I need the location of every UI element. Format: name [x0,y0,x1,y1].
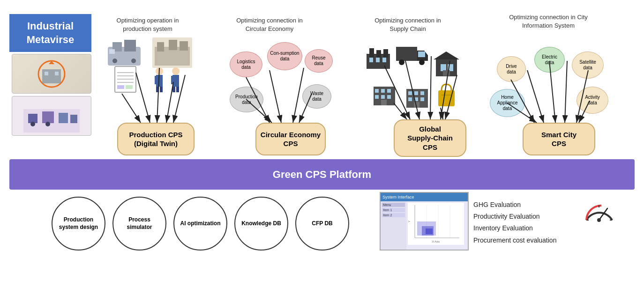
evaluation-text: GHG Evaluation Productivity Evaluation I… [473,199,556,246]
home-appliance-data-bubble: HomeAppliancedata [490,89,525,117]
svg-line-94 [527,70,544,123]
svg-rect-47 [382,58,386,62]
platform-label: Green CPS Platform [273,169,371,181]
satellite-data-bubble: Satellitedata [572,52,604,79]
svg-point-9 [30,122,35,126]
svg-rect-7 [59,113,68,123]
svg-rect-43 [376,50,381,58]
svg-rect-31 [175,76,179,84]
industrial-label-line2: Metavirse [27,34,75,45]
bottom-circle-production: Production system design [52,197,105,250]
industrial-metaverse-box: Industrial Metavirse [9,14,91,52]
svg-rect-49 [418,52,425,57]
svg-rect-19 [157,42,164,52]
gauge-icon [582,194,617,227]
svg-rect-63 [387,95,391,99]
svg-rect-27 [160,87,163,92]
svg-rect-13 [124,40,136,52]
svg-line-82 [270,70,281,123]
svg-rect-71 [420,97,424,101]
svg-rect-66 [408,91,412,95]
smart-city-cps-box: Smart City CPS [523,123,595,155]
svg-point-113 [597,218,601,222]
svg-point-10 [45,122,50,126]
svg-line-96 [565,61,567,123]
svg-text:X Axis: X Axis [432,240,440,243]
diagram-container: Industrial Metavirse Optimizing ope [0,0,644,302]
production-images [105,37,195,98]
screen-image: System Interface Menu Item 1 Item 2 [380,192,469,250]
svg-rect-8 [70,115,77,123]
svg-rect-42 [369,48,374,58]
svg-rect-56 [443,70,450,76]
svg-rect-16 [109,49,115,54]
svg-rect-73 [438,90,455,106]
bottom-circle-knowledge: Knowledge DB [234,197,288,250]
factory-image-top [12,54,91,94]
svg-point-14 [112,59,117,63]
svg-point-50 [399,59,404,65]
consumption-data-bubble: Con-sumptiondata [267,42,302,70]
svg-rect-62 [381,95,385,99]
svg-rect-46 [376,58,380,62]
svg-rect-2 [45,72,48,75]
svg-rect-3 [55,72,59,75]
svg-rect-59 [381,89,385,93]
supply-header: Optimizing connection in Supply Chain [370,16,445,33]
svg-rect-21 [180,41,188,51]
svg-rect-6 [42,111,54,123]
svg-rect-45 [369,58,373,62]
svg-rect-30 [171,76,175,84]
bottom-circle-ai: AI optimization [173,197,227,250]
svg-rect-26 [156,87,159,92]
electric-data-bubble: Electricdata [534,47,565,73]
circular-production-data-bubble: Productiondata [230,87,263,112]
svg-rect-69 [408,97,412,101]
reuse-data-bubble: Reusedata [305,49,333,73]
svg-rect-70 [414,97,418,101]
green-platform-bar: Green CPS Platform [9,159,635,190]
svg-rect-48 [396,47,417,61]
svg-rect-44 [383,49,388,58]
svg-rect-68 [420,91,424,95]
supply-chain-icons [366,42,459,110]
svg-rect-54 [441,64,446,71]
svg-marker-53 [434,52,459,59]
svg-rect-25 [158,76,162,84]
svg-rect-1 [42,69,61,83]
svg-rect-109 [426,228,433,234]
logistics-data-bubble: Logisticsdata [230,52,262,77]
svg-rect-60 [387,89,391,93]
svg-rect-20 [169,40,177,50]
bottom-circle-process: Process simulator [112,197,166,250]
waste-data-bubble: Wastedata [302,84,331,109]
svg-rect-58 [375,89,379,93]
circular-header: Optimizing connection in Circular Econom… [230,16,309,33]
svg-point-28 [172,67,180,75]
svg-point-51 [419,59,425,65]
svg-rect-61 [375,95,379,99]
svg-rect-32 [172,87,175,92]
activity-data-bubble: Activitydata [577,87,608,114]
bottom-circle-cfp: CFP DB [295,197,349,250]
drive-data-bubble: Drivedata [497,56,526,82]
svg-point-15 [131,59,136,63]
factory-image-bottom [12,96,91,136]
production-cps-box: Production CPS (Digital Twin) [117,123,195,155]
industrial-label-line1: Industrial [27,20,74,32]
svg-rect-40 [126,85,133,89]
svg-rect-24 [155,76,158,84]
production-header: Optimizing operation in production syste… [108,16,187,33]
svg-rect-72 [414,102,419,108]
svg-rect-39 [117,85,124,89]
svg-text:Y: Y [408,221,411,222]
circular-cps-box: Circular Economy CPS [255,123,326,155]
svg-rect-67 [414,91,418,95]
svg-rect-33 [176,87,179,92]
supply-cps-box: Global Supply-Chain CPS [394,119,466,157]
svg-rect-64 [381,100,387,105]
city-header: Optimizing connection in City Informatio… [502,13,595,30]
svg-point-22 [156,67,163,75]
svg-rect-55 [448,64,453,71]
